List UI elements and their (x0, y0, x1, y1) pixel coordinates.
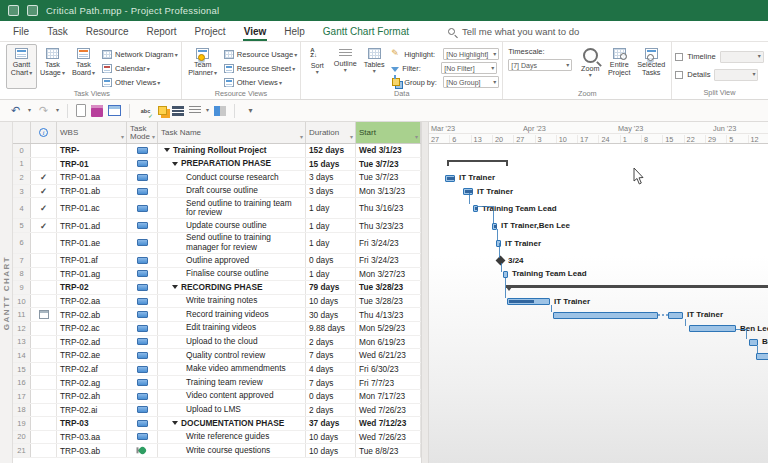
sort-button[interactable]: AZ↓ Sort ▾ (304, 44, 330, 89)
cell-start[interactable]: Wed 7/26/23 (356, 431, 421, 444)
cell-duration[interactable]: 79 days (306, 281, 356, 294)
task-board-button[interactable]: Task Board (68, 44, 99, 89)
tell-me-search[interactable]: Tell me what you want to do (448, 26, 579, 37)
cell-task-mode[interactable] (127, 268, 158, 281)
cell-task-name[interactable]: RECORDING PHASE (158, 281, 306, 294)
header-indicators[interactable]: i (31, 122, 57, 143)
menu-tab-view[interactable]: View (235, 21, 276, 41)
spell-icon[interactable] (138, 103, 153, 118)
cell-task-mode[interactable] (127, 404, 158, 417)
table-chart-splitter[interactable] (421, 122, 429, 463)
row-number[interactable]: 16 (13, 376, 31, 389)
cell-wbs[interactable]: TRP-02.ae (57, 349, 127, 362)
row-number[interactable]: 18 (13, 404, 31, 417)
table-row[interactable]: 8TRP-01.agFinalise course outline1 dayMo… (13, 268, 421, 282)
cell-task-name[interactable]: Video content approved (158, 390, 306, 403)
row-number[interactable]: 13 (13, 336, 31, 349)
timescale-dropdown[interactable]: [7] Days▾ (508, 59, 572, 71)
table-row[interactable]: 17TRP-02.ahVideo content approved0 daysM… (13, 390, 421, 404)
cell-task-mode[interactable] (127, 198, 158, 218)
row-number[interactable]: 9 (13, 281, 31, 294)
table-row[interactable]: 21TRP-03.abWrite course questions10 days… (13, 444, 421, 458)
row-number[interactable]: 15 (13, 363, 31, 376)
cell-wbs[interactable]: TRP-01.ac (57, 198, 127, 218)
cell-wbs[interactable]: TRP-01.aa (57, 171, 127, 184)
cell-wbs[interactable]: TRP-02.ag (57, 376, 127, 389)
cell-start[interactable]: Mon 5/29/23 (356, 322, 421, 335)
team-planner-button[interactable]: Team Planner (185, 44, 221, 89)
cell-wbs[interactable]: TRP-03.aa (57, 431, 127, 444)
cell-task-mode[interactable] (127, 308, 158, 321)
cell-duration[interactable]: 30 days (306, 308, 356, 321)
dropdown-caret-icon[interactable]: ▾ (206, 108, 209, 113)
cell-duration[interactable]: 10 days (306, 431, 356, 444)
redo-icon[interactable] (36, 103, 51, 118)
cell-wbs[interactable]: TRP-01.ad (57, 219, 127, 232)
cell-task-mode[interactable] (127, 233, 158, 253)
row-number[interactable]: 20 (13, 431, 31, 444)
vtable-icon[interactable] (108, 105, 121, 116)
cell-duration[interactable]: 9.88 days (306, 322, 356, 335)
menu-tab-help[interactable]: Help (275, 21, 314, 41)
gantt-bar[interactable] (445, 175, 455, 182)
cell-start[interactable]: Fri 7/7/23 (356, 376, 421, 389)
dropdown-caret-icon[interactable]: ▾ (56, 108, 59, 113)
cell-duration[interactable]: 15 days (306, 158, 356, 171)
cell-duration[interactable]: 1 day (306, 233, 356, 253)
highlight-dropdown[interactable]: [No Highlight]▾ (443, 48, 499, 60)
table-row[interactable]: 4✓TRP-01.acSend outline to training team… (13, 198, 421, 219)
gantt-bar[interactable] (463, 188, 473, 195)
cell-task-mode[interactable] (127, 336, 158, 349)
cell-wbs[interactable]: TRP-02.ai (57, 404, 127, 417)
cell-task-name[interactable]: Send outline to training team for review (158, 198, 306, 218)
cell-duration[interactable]: 2 days (306, 336, 356, 349)
cell-task-mode[interactable] (127, 281, 158, 294)
header-task-name[interactable]: Task Name▾ (158, 122, 306, 143)
cell-start[interactable]: Thu 4/13/23 (356, 308, 421, 321)
gantt-summary-bar[interactable] (506, 285, 768, 288)
dropdown-caret-icon[interactable]: ▾ (28, 108, 31, 113)
cell-start[interactable]: Mon 3/27/23 (356, 268, 421, 281)
cell-start[interactable]: Fri 3/24/23 (356, 254, 421, 267)
table-row[interactable]: 13TRP-02.adUpload to the cloud2 daysMon … (13, 336, 421, 350)
table-row[interactable]: 0TRP-Training Rollout Project152 daysWed… (13, 144, 421, 158)
menu-tab-gantt-chart-format[interactable]: Gantt Chart Format (314, 21, 418, 41)
cell-task-name[interactable]: Quality control review (158, 349, 306, 362)
cell-task-mode[interactable] (127, 363, 158, 376)
cell-wbs[interactable]: TRP-02.ab (57, 308, 127, 321)
table-row[interactable]: 18TRP-02.aiUpload to LMS2 daysWed 7/26/2… (13, 404, 421, 418)
copy-icon[interactable] (158, 106, 167, 115)
cell-start[interactable]: Fri 3/24/23 (356, 233, 421, 253)
cell-wbs[interactable]: TRP- (57, 144, 127, 157)
row-number[interactable]: 4 (13, 198, 31, 218)
cell-start[interactable]: Fri 6/30/23 (356, 363, 421, 376)
cell-task-name[interactable]: Send outline to training manager for rev… (158, 233, 306, 253)
table-row[interactable]: 1TRP-01PREPARATION PHASE15 daysTue 3/7/2… (13, 158, 421, 172)
gantt-summary-bracket[interactable] (447, 160, 508, 166)
selected-tasks-button[interactable]: Selected Tasks (634, 44, 668, 89)
cell-start[interactable]: Wed 7/12/23 (356, 417, 421, 430)
row-number[interactable]: 6 (13, 233, 31, 253)
menu-tab-report[interactable]: Report (138, 21, 186, 41)
table-row[interactable]: 10TRP-02.aaWrite training notes10 daysTu… (13, 295, 421, 309)
table-row[interactable]: 9TRP-02RECORDING PHASE79 daysTue 3/28/23 (13, 281, 421, 295)
cell-task-mode[interactable] (127, 144, 158, 157)
cell-wbs[interactable]: TRP-01 (57, 158, 127, 171)
collapse-triangle-icon[interactable] (172, 162, 178, 166)
table-row[interactable]: 2✓TRP-01.aaConduct course research3 days… (13, 171, 421, 185)
cell-task-mode[interactable] (127, 158, 158, 171)
timeline-checkbox[interactable] (675, 53, 683, 61)
cell-start[interactable]: Mon 7/17/23 (356, 390, 421, 403)
cell-task-name[interactable]: Write reference guides (158, 431, 306, 444)
cell-duration[interactable]: 1 day (306, 198, 356, 218)
cell-task-name[interactable]: Write course questions (158, 444, 306, 457)
table-row[interactable]: 20TRP-03.aaWrite reference guides10 days… (13, 431, 421, 445)
cell-wbs[interactable]: TRP-02.af (57, 363, 127, 376)
cell-start[interactable]: Thu 3/16/23 (356, 198, 421, 218)
cell-task-mode[interactable] (127, 444, 158, 457)
cell-task-mode[interactable] (127, 417, 158, 430)
header-start[interactable]: Start▾ (356, 122, 421, 143)
gantt-bar[interactable] (507, 298, 550, 305)
cell-start[interactable]: Thu 3/23/23 (356, 219, 421, 232)
header-wbs[interactable]: WBS▾ (57, 122, 127, 143)
